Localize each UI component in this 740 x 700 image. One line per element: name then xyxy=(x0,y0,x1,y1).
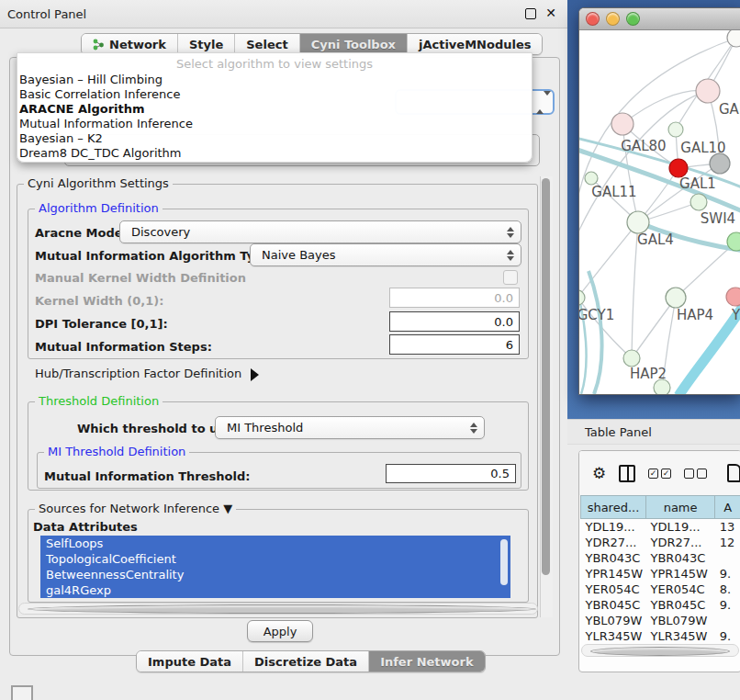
table-row[interactable]: YLR345WYLR345W9. xyxy=(581,628,740,644)
tab-discretize-data[interactable]: Discretize Data xyxy=(243,651,369,672)
attribute-item[interactable]: BetweennessCentrality xyxy=(40,567,510,582)
settings-scrollbar-thumb[interactable] xyxy=(542,178,550,575)
table-cell: YER054C xyxy=(581,581,646,597)
settings-hscrollbar-track[interactable] xyxy=(18,603,538,615)
network-edge[interactable] xyxy=(589,271,602,394)
minimized-panel-icon[interactable] xyxy=(11,685,33,700)
attributes-scrollbar-thumb[interactable] xyxy=(500,539,508,585)
mi-threshold-field[interactable]: 0.5 xyxy=(386,464,516,483)
close-icon[interactable]: ✕ xyxy=(545,6,556,20)
column-header[interactable]: name xyxy=(645,496,714,519)
aracne-mode-label: Aracne Mode: xyxy=(35,226,128,240)
column-header[interactable]: A xyxy=(715,496,740,519)
hub-definition-toggle[interactable]: Hub/Transcription Factor Definition xyxy=(35,367,259,381)
network-node-gal4[interactable] xyxy=(627,211,649,233)
popup-item[interactable]: Bayesian – K2 xyxy=(19,131,103,145)
dpi-tolerance-field[interactable]: 0.0 xyxy=(389,311,520,332)
table-hscrollbar-track[interactable] xyxy=(581,644,739,657)
table-row[interactable]: YDL19...YDL19...13 xyxy=(581,519,740,536)
network-node[interactable] xyxy=(669,159,688,177)
table-cell: 9. xyxy=(715,566,740,581)
float-window-icon[interactable] xyxy=(525,8,536,19)
algorithm-definition-title: Algorithm Definition xyxy=(35,202,163,215)
tab-infer-network[interactable]: Infer Network xyxy=(369,651,484,672)
tab-label: Discretize Data xyxy=(254,655,357,669)
popup-item[interactable]: Basic Correlation Inference xyxy=(19,87,180,101)
table-hscrollbar-thumb[interactable] xyxy=(590,647,730,656)
popup-item[interactable]: Bayesian – Hill Climbing xyxy=(19,73,163,86)
apply-button[interactable]: Apply xyxy=(247,620,313,642)
attribute-item[interactable]: TopologicalCoefficient xyxy=(40,551,510,567)
table-cell: YBR045C xyxy=(645,597,714,613)
table-row[interactable]: YDR27...YDR27...12 xyxy=(581,535,740,550)
network-node-hap2[interactable] xyxy=(623,350,640,367)
table-cell: 13 xyxy=(715,519,740,536)
deselect-all-checkboxes-icon[interactable] xyxy=(684,469,707,479)
network-view-window: GAL7GAL80GAL10GAL1GAL11GAL4SWI4GCY1HAP4Y… xyxy=(578,7,740,395)
table-cell: YBL079W xyxy=(581,613,646,628)
network-node-gcy1[interactable] xyxy=(579,290,585,305)
mi-type-select[interactable]: Naive Bayes xyxy=(250,243,521,266)
network-window-titlebar[interactable] xyxy=(579,8,740,30)
select-all-checkboxes-icon[interactable]: ✓✓ xyxy=(648,469,671,479)
network-node-gal80[interactable] xyxy=(611,113,633,135)
tab-cyni-toolbox[interactable]: Cyni Toolbox xyxy=(300,34,408,54)
column-header[interactable]: shared... xyxy=(581,496,646,519)
network-edge[interactable] xyxy=(579,222,638,298)
popup-item[interactable]: Dream8 DC_TDC Algorithm xyxy=(19,146,182,160)
sources-title[interactable]: Sources for Network Inference ▼ xyxy=(35,502,236,515)
table-cell: YPR145W xyxy=(645,566,714,581)
mi-type-label: Mutual Information Algorithm Type: xyxy=(35,249,276,263)
mi-steps-label: Mutual Information Steps: xyxy=(35,340,212,354)
table-cell: 9. xyxy=(715,597,740,613)
attribute-item[interactable]: gal4RGexp xyxy=(40,582,510,598)
node-label: SWI4 xyxy=(701,210,735,227)
network-node-hap4[interactable] xyxy=(666,288,686,308)
data-attributes-label: Data Attributes xyxy=(33,520,138,534)
settings-hscrollbar-thumb[interactable] xyxy=(28,604,536,614)
network-node-y[interactable] xyxy=(726,288,740,306)
network-node[interactable] xyxy=(654,379,670,394)
tab-label: Network xyxy=(109,38,166,51)
network-node-gal11[interactable] xyxy=(585,172,598,185)
table-row[interactable]: YPR145WYPR145W9. xyxy=(581,566,740,581)
tab-label: Select xyxy=(246,38,287,51)
popup-item[interactable]: Mutual Information Inference xyxy=(19,117,193,130)
new-table-icon[interactable] xyxy=(727,464,740,482)
popup-item[interactable]: ARACNE Algorithm xyxy=(19,102,145,116)
table-row[interactable]: YBR043CYBR043C xyxy=(581,550,740,566)
manual-kernel-checkbox[interactable] xyxy=(503,270,518,285)
table-row[interactable]: YBR045CYBR045C9. xyxy=(581,597,740,613)
which-threshold-select[interactable]: MI Threshold xyxy=(215,416,485,439)
mi-steps-field[interactable]: 6 xyxy=(389,334,520,355)
tab-impute-data[interactable]: Impute Data xyxy=(137,651,243,672)
control-panel: Control Panel ✕ NetworkStyleSelectCyni T… xyxy=(0,0,567,671)
network-node[interactable] xyxy=(668,122,683,137)
mac-close-button[interactable] xyxy=(586,12,600,26)
network-node[interactable] xyxy=(727,30,740,47)
table-panel-titlebar: Table Panel xyxy=(567,419,740,445)
tab-select[interactable]: Select xyxy=(235,34,299,54)
expand-right-icon xyxy=(251,368,259,381)
tab-jactivemnodules[interactable]: jActiveMNodules xyxy=(408,34,543,54)
mac-zoom-button[interactable] xyxy=(626,12,640,26)
network-canvas[interactable]: GAL7GAL80GAL10GAL1GAL11GAL4SWI4GCY1HAP4Y… xyxy=(579,30,740,394)
aracne-mode-select[interactable]: Discovery xyxy=(119,220,521,243)
network-node-swi4[interactable] xyxy=(727,232,740,251)
node-label: GCY1 xyxy=(579,307,614,323)
network-node-gal7[interactable] xyxy=(696,79,720,103)
kernel-width-field[interactable]: 0.0 xyxy=(389,288,520,308)
attribute-item[interactable]: SelfLoops xyxy=(40,536,510,551)
network-node-gal1[interactable] xyxy=(690,194,707,210)
split-columns-icon[interactable] xyxy=(619,465,635,482)
combo-arrows-icon xyxy=(502,250,519,261)
tab-style[interactable]: Style xyxy=(178,34,235,54)
gear-icon[interactable]: ⚙ xyxy=(592,464,606,482)
network-edge[interactable] xyxy=(632,298,676,358)
mac-minimize-button[interactable] xyxy=(606,12,620,26)
network-node-gal10[interactable] xyxy=(710,153,730,174)
table-row[interactable]: YBL079WYBL079W xyxy=(581,613,740,628)
tab-network[interactable]: Network xyxy=(82,34,178,54)
kernel-width-label: Kernel Width (0,1): xyxy=(35,294,163,308)
table-row[interactable]: YER054CYER054C8. xyxy=(581,581,740,597)
